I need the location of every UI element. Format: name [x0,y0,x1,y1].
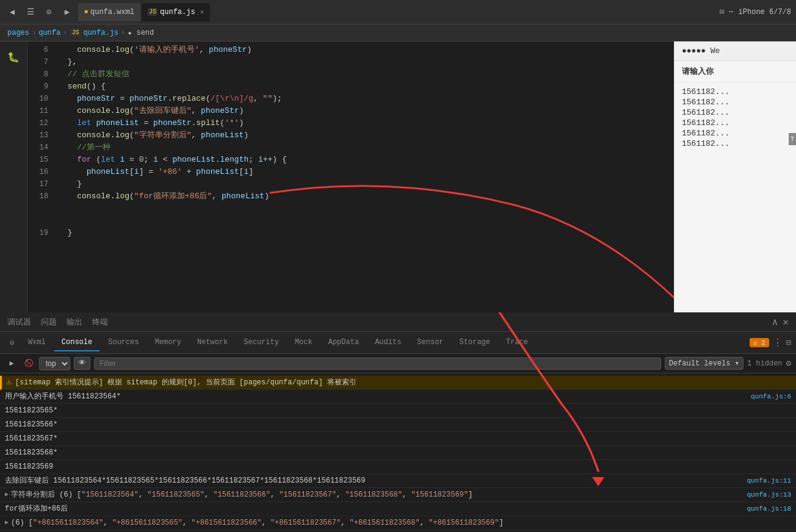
console-warning-row: ⚠ [sitemap 索引情况提示] 根据 sitemap 的规则[0], 当前… [0,376,796,390]
console-log-result: ▶ (6) ["+8615611823564", "+8615611823565… [0,516,796,530]
console-log-text-6: 15611823569 [5,461,791,472]
devtools-tabs: ⊙ Wxml Console Sources Memory Network Se… [0,332,796,354]
console-log-user-input: 用户输入的手机号 15611823564* qunfa.js:6 [0,390,796,404]
phone-2: 1561182... [682,98,789,107]
nav-forward-button[interactable]: ▶ [60,5,74,20]
devtools-undock-icon[interactable]: ⊟ [786,337,791,348]
tab-wxml[interactable]: ■ qunfa.wxml [78,3,140,21]
tab-wxml[interactable]: Wxml [21,334,53,351]
console-log-text-for: for循环添加+86后 [5,503,742,514]
code-line-9: 9 send() { [27,81,674,93]
console-log-remove-newline: 去除回车键后 15611823564*15611823565*156118235… [0,474,796,488]
code-line-14: 14 //第一种 [27,142,674,154]
code-line-11: 11 console.log("去除回车键后", phoneStr) [27,105,674,117]
code-container: 6 console.log('请输入的手机号', phoneStr) 7 }, … [27,41,674,312]
devtools-target-icon[interactable]: ⊙ [5,336,20,350]
tab-sources[interactable]: Sources [101,334,146,351]
devtools-close-icon[interactable]: ✕ [783,316,789,328]
breadcrumb-js-icon: JS [70,29,81,37]
console-link-1[interactable]: qunfa.js:6 [746,391,791,402]
hidden-count: 1 hidden [747,359,783,368]
code-line-17: 17 } [27,178,674,190]
console-log-2: 15611823565* [0,404,796,418]
console-log-4: 15611823567* [0,432,796,446]
tab-mock[interactable]: Mock [288,334,320,351]
console-log-text-split: 字符串分割后 (6) ["15611823564", "15611823565"… [11,489,742,500]
right-panel-header: 请输入你 [675,61,796,82]
devtools-header: 调试器 问题 输出 终端 ∧ ✕ [0,312,796,332]
more-icon[interactable]: ⋯ [729,7,733,16]
code-line-6: 6 console.log('请输入的手机号', phoneStr) [27,44,674,56]
nav-back-button[interactable]: ◀ [5,5,20,20]
tab-storage[interactable]: Storage [452,334,498,351]
clear-button[interactable]: 🚫 [22,357,35,370]
tab-network[interactable]: Network [190,334,235,351]
console-log-text-remove: 去除回车键后 15611823564*15611823565*156118235… [5,475,742,486]
tab-appdata[interactable]: AppData [321,334,366,351]
tab-js-label: qunfa.js [160,8,195,16]
console-log-3: 15611823566* [0,418,796,432]
breadcrumb-pages[interactable]: pages [7,29,29,37]
console-settings-icon[interactable]: ⚙ [786,358,791,368]
phone-3: 1561182... [682,108,789,117]
nav-menu-button[interactable]: ☰ [23,5,38,20]
code-line-13: 13 console.log("字符串分割后", phoneList) [27,129,674,142]
context-select[interactable]: top [39,357,70,370]
expand-icon-split[interactable]: ▶ [5,489,9,500]
warning-badge: ⚠ 2 [750,338,769,347]
code-line-7: 7 }, [27,56,674,68]
tab-sensor[interactable]: Sensor [410,334,450,351]
editor-area: 🐛 6 console.log('请输入的手机号', phoneStr) 7 }… [0,41,796,312]
console-log-5: 15611823568* [0,446,796,460]
play-button[interactable]: ▶ [5,357,18,370]
console-log-for-loop: for循环添加+86后 qunfa.js:18 [0,502,796,516]
tab-audits[interactable]: Audits [367,334,408,351]
phone-6: 1561182... [682,139,789,148]
header-output[interactable]: 输出 [67,314,82,330]
js-icon: JS [148,8,157,16]
filter-input[interactable] [94,358,661,370]
left-sidebar: 🐛 [0,41,27,312]
split-icon[interactable]: ⊟ [720,7,724,16]
tab-js[interactable]: JS qunfa.js ✕ [142,3,210,21]
breadcrumb-file[interactable]: qunfa.js [83,29,118,37]
toolbar-right: ⊟ ⋯ iPhone 6/7/8 [720,7,791,16]
code-line-8: 8 // 点击群发短信 [27,68,674,81]
devtools-panel: 调试器 问题 输出 终端 ∧ ✕ ⊙ Wxml Console Sources … [0,312,796,532]
devtools-collapse-icon[interactable]: ∧ [772,316,778,328]
console-log-text-4: 15611823567* [5,433,791,444]
devtools-more-icon[interactable]: ⋮ [773,337,783,349]
tab-bar: ■ qunfa.wxml JS qunfa.js ✕ [78,3,716,21]
console-link-13[interactable]: qunfa.js:13 [742,489,791,500]
header-issues[interactable]: 问题 [41,314,57,330]
console-log-text-2: 15611823565* [5,405,791,416]
tab-memory[interactable]: Memory [148,334,189,351]
right-panel-phones: 1561182... 1561182... 1561182... 1561182… [675,82,796,153]
eye-icon: 👁 [78,359,86,368]
console-log-text-1: 用户输入的手机号 15611823564* [5,391,746,402]
console-output[interactable]: ⚠ [sitemap 索引情况提示] 根据 sitemap 的规则[0], 当前… [0,373,796,532]
console-log-text-result: (6) ["+8615611823564", "+8615611823565",… [11,517,791,528]
nav-bookmark-button[interactable]: ⊙ [42,5,56,20]
warning-icon: ⚠ [7,377,12,388]
console-log-text-3: 15611823566* [5,419,791,430]
tab-console[interactable]: Console [54,334,100,351]
console-link-11[interactable]: qunfa.js:11 [742,475,791,486]
right-panel: ●●●●● We 请输入你 1561182... 1561182... 1561… [674,41,796,312]
tab-close-button[interactable]: ✕ [200,8,204,16]
phone-5: 1561182... [682,129,789,138]
tab-security[interactable]: Security [236,334,286,351]
levels-dropdown[interactable]: Default levels ▾ [665,357,744,370]
breadcrumb-qunfa[interactable]: qunfa [38,29,60,37]
code-line-16: 16 phoneList[i] = '+86' + phoneList[i] [27,166,674,178]
sidebar-debug-icon[interactable]: 🐛 [2,46,24,68]
wxml-icon: ■ [84,9,88,15]
header-debugger[interactable]: 调试器 [7,314,31,330]
code-line-15: 15 for (let i = 0; i < phoneList.length;… [27,154,674,166]
console-link-18[interactable]: qunfa.js:18 [742,503,791,514]
tab-trace[interactable]: Trace [499,334,535,351]
phone-1: 1561182... [682,87,789,96]
header-terminal[interactable]: 终端 [92,314,108,330]
expand-icon-result[interactable]: ▶ [5,517,9,528]
console-warning-text: [sitemap 索引情况提示] 根据 sitemap 的规则[0], 当前页面… [15,377,791,388]
